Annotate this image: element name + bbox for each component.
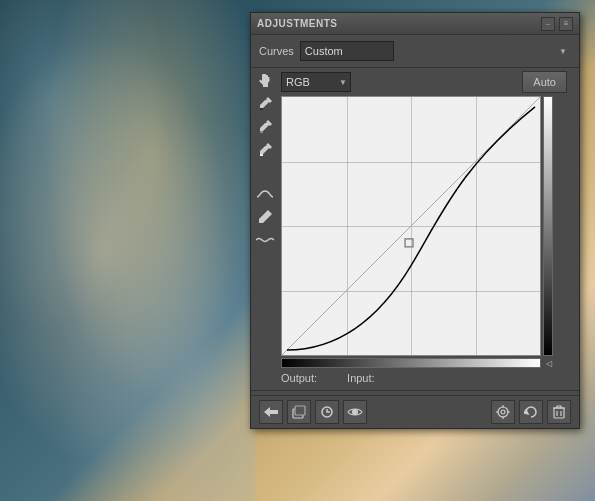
svg-rect-1 xyxy=(260,131,263,133)
visibility-btn[interactable] xyxy=(343,400,367,424)
svg-rect-7 xyxy=(295,406,305,415)
back-btn[interactable] xyxy=(259,400,283,424)
curves-label: Curves xyxy=(259,45,294,57)
curves-middle: RGB Red Green Blue Auto xyxy=(251,68,579,386)
svg-rect-0 xyxy=(260,108,263,110)
rotate-btn[interactable] xyxy=(519,400,543,424)
curves-preset-select[interactable]: Custom Default Strong Contrast Linear Co… xyxy=(300,41,394,61)
input-label: Input: xyxy=(347,372,375,384)
panel-minimize-btn[interactable]: – xyxy=(541,17,555,31)
svg-rect-17 xyxy=(554,408,564,418)
graph-area: RGB Red Green Blue Auto xyxy=(279,68,579,386)
clip-layer-btn[interactable] xyxy=(287,400,311,424)
channel-select-wrapper: RGB Red Green Blue xyxy=(281,72,351,92)
svg-rect-2 xyxy=(260,154,263,156)
adjustments-panel: ADJUSTMENTS – ≡ Curves Custom Default St… xyxy=(250,12,580,429)
side-tools xyxy=(251,68,279,386)
output-input-row: Output: Input: xyxy=(281,370,573,386)
panel-titlebar: ADJUSTMENTS – ≡ xyxy=(251,13,579,35)
right-gradient-bar xyxy=(543,96,553,356)
svg-rect-4 xyxy=(405,239,413,247)
bottom-gradient-bar xyxy=(281,358,541,368)
panel-title: ADJUSTMENTS xyxy=(257,18,338,29)
curves-graph[interactable] xyxy=(281,96,541,356)
panel-content: Curves Custom Default Strong Contrast Li… xyxy=(251,35,579,428)
channel-select[interactable]: RGB Red Green Blue xyxy=(281,72,351,92)
curves-header: Curves Custom Default Strong Contrast Li… xyxy=(251,35,579,68)
panel-controls: – ≡ xyxy=(541,17,573,31)
curve-wave-btn[interactable] xyxy=(254,183,276,205)
eyedropper-black-btn[interactable] xyxy=(254,93,276,115)
curves-graph-container xyxy=(281,96,573,356)
bottom-right-corner: ◁ xyxy=(543,358,555,368)
pointer-tool-btn[interactable] xyxy=(254,70,276,92)
separator xyxy=(251,390,579,391)
eye-target-btn[interactable] xyxy=(491,400,515,424)
eyedropper-white-btn[interactable] xyxy=(254,139,276,161)
eyedropper-gray-btn[interactable] xyxy=(254,116,276,138)
pencil-btn[interactable] xyxy=(254,206,276,228)
svg-marker-5 xyxy=(264,407,278,417)
angel-overlay xyxy=(0,0,255,501)
svg-marker-16 xyxy=(524,410,528,414)
trash-btn[interactable] xyxy=(547,400,571,424)
reset-adjustment-btn[interactable] xyxy=(315,400,339,424)
svg-point-9 xyxy=(353,410,358,415)
smooth-btn[interactable] xyxy=(254,229,276,251)
channel-row: RGB Red Green Blue Auto xyxy=(281,68,573,96)
output-label: Output: xyxy=(281,372,317,384)
auto-button[interactable]: Auto xyxy=(522,71,567,93)
bottom-toolbar xyxy=(251,395,579,428)
panel-menu-btn[interactable]: ≡ xyxy=(559,17,573,31)
svg-point-11 xyxy=(501,410,505,414)
svg-point-10 xyxy=(498,407,508,417)
bottom-gradient-row: ◁ xyxy=(281,356,573,370)
curves-preset-wrapper: Custom Default Strong Contrast Linear Co… xyxy=(300,41,571,61)
